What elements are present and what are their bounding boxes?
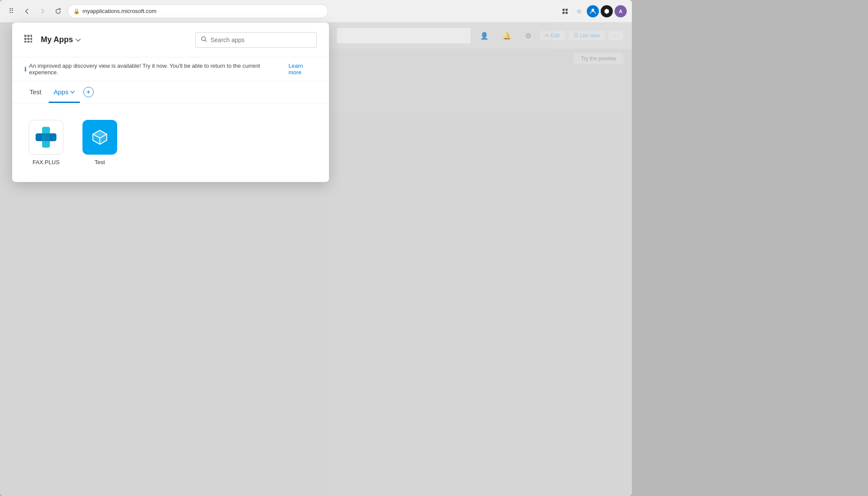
card-header: My Apps Search apps	[12, 23, 329, 57]
settings-icon-btn: ⚙	[520, 30, 536, 42]
svg-rect-1	[566, 9, 568, 11]
app-tile-fax-plus[interactable]: FAX.PLUS	[24, 116, 68, 170]
url-text: myapplications.microsoft.com	[82, 8, 157, 14]
svg-rect-8	[24, 38, 26, 40]
fax-plus-icon	[29, 120, 63, 155]
refresh-button[interactable]	[52, 5, 64, 17]
search-placeholder: Search apps	[210, 36, 245, 43]
svg-rect-12	[27, 41, 30, 43]
app-tile-test[interactable]: Test	[78, 116, 122, 170]
waffle-icon[interactable]	[24, 35, 32, 45]
search-icon	[201, 36, 207, 43]
learn-more-link[interactable]: Learn more	[289, 63, 317, 76]
right-panel-header: 👤 🔔 ⚙ ✏ Edit ☰ List view ···	[328, 23, 632, 49]
tab-test[interactable]: Test	[24, 81, 47, 103]
right-panel: 👤 🔔 ⚙ ✏ Edit ☰ List view ··· Try the pre…	[328, 23, 632, 496]
my-apps-label: My Apps	[41, 35, 73, 44]
browser-content: 👤 🔔 ⚙ ✏ Edit ☰ List view ··· Try the pre…	[0, 23, 632, 496]
my-apps-chevron	[76, 36, 81, 43]
browser-chrome: ⠿ 🔒 myapplications.microsoft.com	[0, 0, 632, 23]
svg-rect-9	[27, 38, 30, 40]
svg-rect-6	[27, 35, 30, 37]
svg-rect-0	[562, 9, 565, 11]
svg-rect-10	[30, 38, 32, 40]
profile-avatar[interactable]: A	[615, 5, 627, 17]
fax-plus-label: FAX.PLUS	[33, 159, 59, 165]
forward-button[interactable]	[36, 5, 49, 17]
edit-btn: ✏ Edit	[540, 31, 565, 40]
address-bar[interactable]: 🔒 myapplications.microsoft.com	[68, 4, 328, 18]
extensions-icon[interactable]	[559, 5, 571, 17]
lock-icon: 🔒	[73, 8, 80, 14]
browser-toolbar-right: ☆ A	[559, 5, 627, 17]
search-bar[interactable]: Search apps	[195, 32, 317, 48]
svg-rect-11	[24, 41, 26, 43]
back-button[interactable]	[21, 5, 33, 17]
add-tab-button[interactable]: +	[83, 87, 94, 97]
more-btn: ···	[608, 31, 623, 40]
profile-blue-icon[interactable]	[587, 5, 599, 17]
brave-icon[interactable]	[601, 5, 613, 17]
test-app-icon	[82, 120, 117, 155]
svg-rect-2	[562, 12, 565, 14]
screen-right-area	[632, 0, 868, 496]
tab-apps-chevron	[70, 89, 75, 95]
user-icon-btn: 👤	[475, 30, 494, 42]
my-apps-title[interactable]: My Apps	[41, 35, 81, 44]
svg-rect-13	[30, 41, 32, 43]
info-banner: ℹ An improved app discovery view is avai…	[12, 57, 329, 81]
tabs-row: Test Apps +	[12, 81, 329, 103]
svg-rect-5	[24, 35, 26, 37]
svg-rect-7	[30, 35, 32, 37]
test-app-label: Test	[95, 159, 105, 165]
svg-rect-3	[566, 12, 568, 14]
browser-menu-dots[interactable]: ⠿	[5, 5, 17, 17]
dropdown-card: My Apps Search apps	[12, 23, 329, 182]
apps-grid: FAX.PLUS Test	[12, 103, 329, 182]
svg-point-4	[592, 9, 594, 11]
right-panel-search	[337, 28, 470, 43]
browser-window: ⠿ 🔒 myapplications.microsoft.com	[0, 0, 632, 496]
tab-apps[interactable]: Apps	[49, 81, 80, 103]
bell-icon-btn: 🔔	[497, 30, 516, 42]
right-panel-actions: 👤 🔔 ⚙ ✏ Edit ☰ List view ···	[475, 30, 623, 42]
try-preview-btn: Try the preview	[574, 53, 623, 64]
svg-rect-18	[42, 133, 50, 141]
banner-text: An improved app discovery view is availa…	[29, 63, 286, 76]
info-icon: ℹ	[24, 66, 26, 73]
bookmark-icon[interactable]: ☆	[573, 5, 585, 17]
list-view-btn: ☰ List view	[569, 31, 605, 40]
